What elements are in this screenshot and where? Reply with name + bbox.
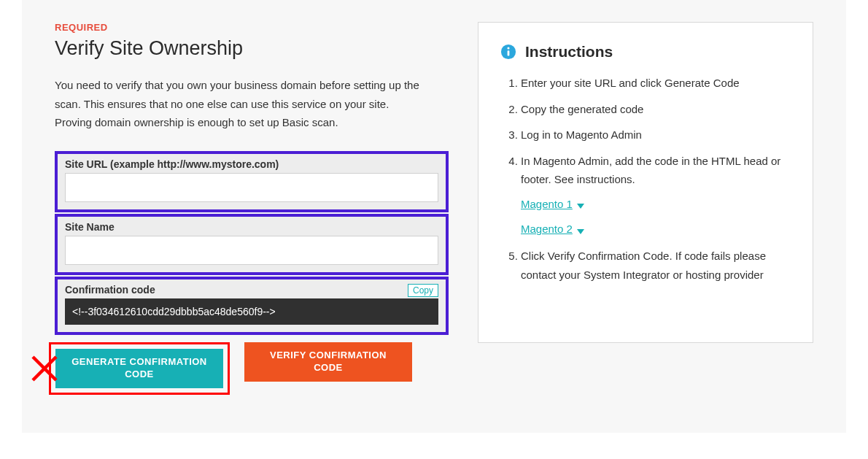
instruction-step-1: Enter your site URL and click Generate C… xyxy=(521,74,791,93)
site-url-input[interactable] xyxy=(65,173,438,202)
info-icon xyxy=(500,44,516,60)
caret-down-icon xyxy=(577,221,584,240)
confirmation-code-value: <!--3f034612610cdd29dbbb5ac48de560f9--> xyxy=(65,298,438,325)
confirmation-code-label: Confirmation code xyxy=(65,284,438,296)
generate-highlight: GENERATE CONFIRMATION CODE xyxy=(49,342,230,395)
description-text: You need to verify that you own your bus… xyxy=(55,76,427,132)
generate-confirmation-button[interactable]: GENERATE CONFIRMATION CODE xyxy=(55,349,223,388)
instruction-step-2: Copy the generated code xyxy=(521,100,791,119)
svg-marker-5 xyxy=(577,204,584,209)
copy-button[interactable]: Copy xyxy=(408,284,438,297)
instruction-step-4-text: In Magento Admin, add the code in the HT… xyxy=(521,155,780,186)
instruction-step-3: Log in to Magento Admin xyxy=(521,126,791,144)
instructions-panel: Instructions Enter your site URL and cli… xyxy=(478,22,813,343)
instructions-header: Instructions xyxy=(500,43,791,61)
content-panel: REQUIRED Verify Site Ownership You need … xyxy=(22,0,846,433)
svg-point-4 xyxy=(507,47,509,49)
instruction-step-5: Click Verify Confirmation Code. If code … xyxy=(521,247,791,284)
verify-confirmation-button[interactable]: VERIFY CONFIRMATION CODE xyxy=(244,342,412,382)
verify-form: REQUIRED Verify Site Ownership You need … xyxy=(55,22,449,411)
site-url-label: Site URL (example http://www.mystore.com… xyxy=(65,158,438,170)
svg-rect-3 xyxy=(508,50,510,55)
svg-marker-6 xyxy=(577,229,584,234)
confirmation-code-wrap: Confirmation code Copy <!--3f034612610cd… xyxy=(55,277,449,335)
cross-out-icon xyxy=(31,355,58,382)
site-url-field-wrap: Site URL (example http://www.mystore.com… xyxy=(55,151,449,212)
magento2-link[interactable]: Magento 2 xyxy=(521,223,573,235)
instructions-title: Instructions xyxy=(525,43,613,61)
buttons-row: GENERATE CONFIRMATION CODE VERIFY CONFIR… xyxy=(55,342,449,395)
site-name-input[interactable] xyxy=(65,236,438,265)
instruction-step-4: In Magento Admin, add the code in the HT… xyxy=(521,152,791,240)
instructions-list: Enter your site URL and click Generate C… xyxy=(500,74,791,284)
instructions-column: Instructions Enter your site URL and cli… xyxy=(478,22,813,411)
instruction-sublinks: Magento 1 Magento 2 xyxy=(521,195,791,240)
page-title: Verify Site Ownership xyxy=(55,37,449,60)
caret-down-icon xyxy=(577,196,584,215)
magento1-link[interactable]: Magento 1 xyxy=(521,198,573,210)
site-name-label: Site Name xyxy=(65,221,438,233)
required-badge: REQUIRED xyxy=(55,22,449,33)
site-name-field-wrap: Site Name xyxy=(55,214,449,275)
